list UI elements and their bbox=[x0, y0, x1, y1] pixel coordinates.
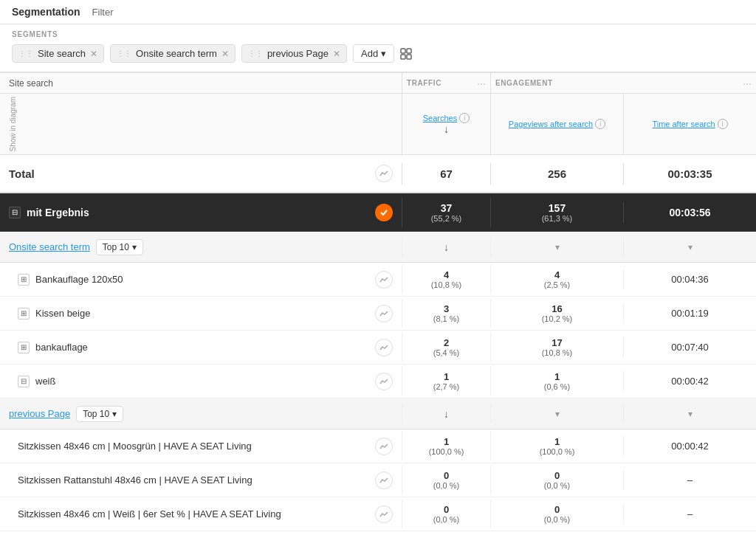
chip-label: Site search bbox=[38, 48, 86, 59]
sub-item-pageviews: 4 (2,5 %) bbox=[490, 265, 623, 294]
top10-prev-select[interactable]: Top 10 ▾ bbox=[76, 406, 123, 422]
onsite-search-subheader-row: Onsite search term Top 10 ▾ ↓ ▾ ▾ bbox=[0, 232, 756, 263]
onsite-sub-item-row: ⊞ Bankauflage 120x50 4 (10,8 %) 4 (2,5 %… bbox=[0, 263, 756, 297]
previous-page-link[interactable]: previous Page bbox=[9, 408, 70, 419]
filter-link[interactable]: Filter bbox=[92, 7, 114, 18]
sub-item-pageviews: 1 (0,6 %) bbox=[490, 367, 623, 396]
chip-site-search[interactable]: ⋮⋮ Site search ✕ bbox=[12, 44, 104, 63]
segment-mit-ergebnis-row: ⊟ mit Ergebnis 37 (55,2 %) 157 (61,3 %) … bbox=[0, 193, 756, 232]
chip-onsite-search[interactable]: ⋮⋮ Onsite search term ✕ bbox=[110, 44, 236, 63]
onsite-search-link[interactable]: Onsite search term bbox=[9, 241, 90, 252]
svg-rect-0 bbox=[401, 49, 405, 53]
prev-page-item-row: Sitzkissen 48x46 cm | Weiß | 6er Set % |… bbox=[0, 497, 756, 531]
chevron-down-icon: ▾ bbox=[112, 409, 117, 419]
engagement-group-header: ENGAGEMENT ··· bbox=[490, 73, 756, 93]
total-pageviews-cell: 256 bbox=[490, 163, 623, 184]
svg-rect-3 bbox=[407, 55, 411, 59]
prev-item-searches: 0 (0,0 %) bbox=[402, 466, 490, 494]
sub-item-searches: 1 (2,7 %) bbox=[402, 367, 490, 396]
chevron-down-icon: ▾ bbox=[132, 242, 137, 252]
chip-previous-page[interactable]: ⋮⋮ previous Page ✕ bbox=[241, 44, 347, 63]
pageviews-info-icon[interactable]: i bbox=[595, 119, 605, 129]
segment-expand-icon[interactable]: ⊟ bbox=[9, 207, 21, 218]
sort-down-icon[interactable]: ↓ bbox=[444, 408, 449, 420]
sub-item-pageviews: 17 (10,8 %) bbox=[490, 333, 623, 362]
sub-item-time: 00:07:40 bbox=[623, 337, 756, 357]
row-expand-icon[interactable]: ⊞ bbox=[18, 274, 30, 286]
prev-chevron-cell1: ▾ bbox=[490, 404, 623, 424]
sub-item-trend-button[interactable] bbox=[375, 373, 393, 390]
onsite-chevron-cell2: ▾ bbox=[623, 237, 756, 257]
chip-close-icon[interactable]: ✕ bbox=[333, 49, 340, 58]
traffic-more-icon[interactable]: ··· bbox=[477, 77, 486, 89]
previous-page-subheader-row: previous Page Top 10 ▾ ↓ ▾ ▾ bbox=[0, 398, 756, 429]
sub-item-time: 00:00:42 bbox=[623, 371, 756, 391]
prev-item-pageviews: 0 (0,0 %) bbox=[490, 500, 623, 528]
chip-close-icon[interactable]: ✕ bbox=[221, 49, 229, 58]
sub-item-label: Bankauflage 120x50 bbox=[35, 274, 123, 285]
chevron-icon[interactable]: ▾ bbox=[688, 409, 693, 419]
chevron-icon[interactable]: ▾ bbox=[555, 409, 560, 419]
page-title: Segmentation bbox=[12, 6, 80, 18]
sub-item-time: 00:04:36 bbox=[623, 269, 756, 289]
onsite-chevron-cell1: ▾ bbox=[490, 237, 623, 257]
col-headers-row: Show in diagram Searches i ↓ Pageviews a… bbox=[0, 94, 756, 155]
searches-col-link[interactable]: Searches bbox=[423, 114, 457, 122]
searches-info-icon[interactable]: i bbox=[459, 113, 470, 123]
sort-down-icon[interactable]: ↓ bbox=[444, 241, 449, 253]
prev-item-trend-button[interactable] bbox=[375, 505, 393, 523]
total-time-cell: 00:03:35 bbox=[623, 163, 756, 184]
prev-item-pageviews: 1 (100,0 %) bbox=[490, 432, 623, 460]
total-searches-cell: 67 bbox=[402, 163, 490, 184]
time-col-link[interactable]: Time after search bbox=[652, 120, 715, 128]
table-area: Site search TRAFFIC ··· ENGAGEMENT ··· S… bbox=[0, 72, 756, 531]
total-trend-button[interactable] bbox=[375, 165, 393, 182]
grid-view-button[interactable] bbox=[400, 48, 412, 60]
sub-item-label: weiß bbox=[35, 376, 55, 387]
chevron-down-icon: ▾ bbox=[381, 48, 386, 59]
pageviews-col-header: Pageviews after search i bbox=[490, 94, 623, 154]
pageviews-col-link[interactable]: Pageviews after search bbox=[509, 120, 593, 128]
onsite-sub-item-row: ⊞ bankauflage 2 (5,4 %) 17 (10,8 %) 00:0… bbox=[0, 331, 756, 365]
prev-page-item-row: Sitzkissen Rattanstuhl 48x46 cm | HAVE A… bbox=[0, 463, 756, 497]
row-expand-icon[interactable]: ⊞ bbox=[18, 342, 30, 353]
sub-item-trend-button[interactable] bbox=[375, 305, 393, 322]
chip-drag-icon: ⋮⋮ bbox=[248, 49, 263, 58]
chevron-icon[interactable]: ▾ bbox=[688, 242, 693, 252]
top-bar: Segmentation Filter bbox=[0, 0, 756, 24]
time-info-icon[interactable]: i bbox=[718, 119, 728, 129]
svg-rect-2 bbox=[401, 55, 405, 59]
row-expand-icon[interactable]: ⊟ bbox=[18, 376, 30, 387]
total-row: Total 67 256 00:03:35 bbox=[0, 155, 756, 193]
prev-sort-cell: ↓ bbox=[402, 404, 490, 424]
sub-item-pageviews: 16 (10,2 %) bbox=[490, 299, 623, 328]
row-expand-icon[interactable]: ⊞ bbox=[18, 308, 30, 320]
show-diagram-label[interactable]: Show in diagram bbox=[9, 97, 17, 151]
prev-item-trend-button[interactable] bbox=[375, 438, 393, 455]
col-site-search-cell: Show in diagram bbox=[0, 94, 402, 154]
segments-label: SEGMENTS bbox=[12, 30, 744, 38]
prev-chevron-cell2: ▾ bbox=[623, 404, 756, 424]
sub-item-label: bankauflage bbox=[35, 342, 88, 353]
prev-item-time: – bbox=[623, 504, 756, 524]
engagement-more-icon[interactable]: ··· bbox=[743, 77, 752, 89]
add-segment-button[interactable]: Add ▾ bbox=[353, 44, 394, 63]
chevron-icon[interactable]: ▾ bbox=[555, 242, 560, 252]
chip-close-icon[interactable]: ✕ bbox=[90, 49, 97, 58]
sub-item-trend-button[interactable] bbox=[375, 339, 393, 356]
sub-item-searches: 3 (8,1 %) bbox=[402, 299, 490, 328]
sub-item-label: Kissen beige bbox=[35, 308, 90, 319]
segment-searches-cell: 37 (55,2 %) bbox=[402, 198, 490, 227]
chip-drag-icon: ⋮⋮ bbox=[117, 49, 131, 58]
segments-chips: ⋮⋮ Site search ✕ ⋮⋮ Onsite search term ✕… bbox=[12, 44, 744, 63]
prev-page-item-row: Sitzkissen 48x46 cm | Moosgrün | HAVE A … bbox=[0, 429, 756, 463]
total-label: Total bbox=[9, 168, 35, 180]
searches-sort-icon[interactable]: ↓ bbox=[444, 123, 449, 135]
top10-onsite-select[interactable]: Top 10 ▾ bbox=[96, 239, 143, 255]
onsite-sub-item-row: ⊞ Kissen beige 3 (8,1 %) 16 (10,2 %) 00:… bbox=[0, 297, 756, 331]
time-col-header: Time after search i bbox=[623, 94, 756, 154]
sub-item-trend-button[interactable] bbox=[375, 271, 393, 289]
prev-item-trend-button[interactable] bbox=[375, 472, 393, 489]
prev-item-label: Sitzkissen 48x46 cm | Weiß | 6er Set % |… bbox=[18, 508, 281, 520]
onsite-sort-cell: ↓ bbox=[402, 237, 490, 258]
